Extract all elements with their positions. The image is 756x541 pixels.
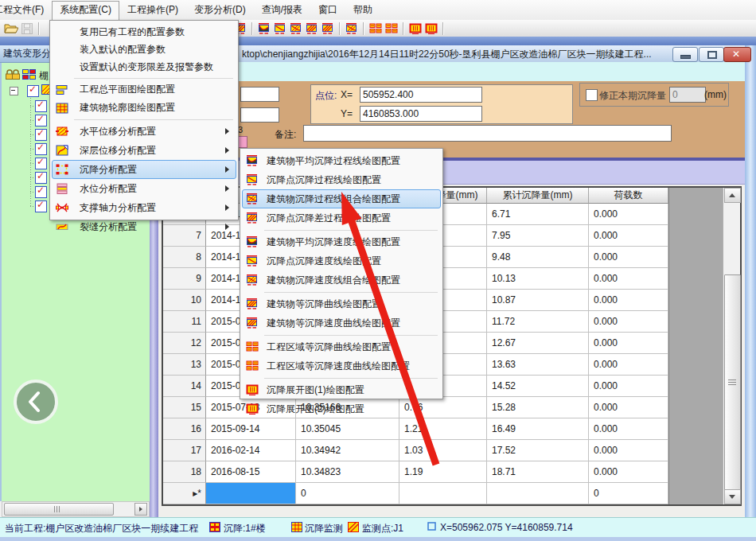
table-cell[interactable]: 7.95: [487, 225, 589, 247]
table-cell[interactable]: 0: [589, 483, 668, 504]
collapse-icon[interactable]: [10, 87, 18, 95]
table-cell[interactable]: 17.52: [487, 440, 589, 461]
menu-item-9[interactable]: 支撑轴力分析配置: [52, 198, 236, 217]
menubar-item-5[interactable]: 窗口: [310, 1, 345, 19]
sidebar-hscrollbar[interactable]: [2, 501, 150, 517]
table-cell[interactable]: 0.000: [589, 354, 668, 376]
menubar-item-6[interactable]: 帮助: [345, 1, 380, 19]
table-cell[interactable]: 2015-09-14: [206, 418, 296, 440]
table-cell[interactable]: 0.000: [589, 397, 668, 418]
correction-checkbox[interactable]: [586, 89, 598, 101]
tree-checkbox-row[interactable]: ✓: [30, 157, 47, 169]
table-cell[interactable]: 1.21: [399, 418, 487, 440]
menu-item-10[interactable]: 工程区域等沉降速度曲线绘图配置: [242, 356, 441, 376]
curve-dark-icon[interactable]: [257, 21, 271, 35]
table-cell[interactable]: 0.000: [589, 461, 668, 483]
tree-checkbox[interactable]: ✓: [35, 143, 47, 155]
correction-input[interactable]: 0: [669, 87, 706, 103]
table-cell[interactable]: [206, 483, 296, 504]
table-cell[interactable]: 0: [296, 483, 399, 504]
menubar-item-4[interactable]: 查询/报表: [254, 1, 310, 19]
menubar-item-1[interactable]: 系统配置(C): [52, 1, 119, 20]
save-icon[interactable]: [20, 21, 34, 35]
menubar-item-2[interactable]: 工程操作(P): [119, 1, 186, 19]
table-cell[interactable]: 15.28: [487, 397, 589, 418]
grid-icon[interactable]: [384, 21, 399, 35]
form-input-2[interactable]: [240, 107, 279, 123]
tree-checkbox-row[interactable]: ✓: [30, 128, 47, 141]
column-header[interactable]: 累计沉降量(mm): [487, 188, 589, 204]
curve-icon[interactable]: [273, 21, 287, 35]
row-header-cell[interactable]: 9: [163, 268, 206, 290]
row-header-cell[interactable]: 13: [163, 354, 206, 376]
menu-item-8[interactable]: 建筑物等沉降速度曲线绘图配置: [242, 313, 441, 333]
table-cell[interactable]: [399, 483, 487, 504]
tree-checkbox-row[interactable]: ✓: [30, 114, 47, 126]
menu-item-1[interactable]: 装入默认的配置参数: [52, 41, 236, 58]
hscroll-thumb[interactable]: [4, 503, 114, 516]
menu-item-2[interactable]: 设置默认的变形限差及报警参数: [52, 58, 236, 76]
tree-checkbox[interactable]: ✓: [35, 172, 47, 184]
row-header-cell[interactable]: 10: [163, 290, 206, 311]
row-header-cell[interactable]: 12: [163, 333, 206, 354]
table-cell[interactable]: 2016-08-15: [206, 461, 296, 483]
table-cell[interactable]: 16.49: [487, 418, 589, 440]
tree-checkbox[interactable]: ✓: [35, 115, 47, 126]
table-cell[interactable]: 0.000: [589, 333, 668, 354]
menu-item-5[interactable]: 沉降点沉降速度线绘图配置: [242, 251, 441, 270]
remark-input[interactable]: [303, 125, 672, 142]
menu-item-3[interactable]: 工程总平面图绘图配置: [52, 80, 236, 99]
table-cell[interactable]: 10.34942: [296, 440, 399, 461]
menubar-item-0[interactable]: 工程文件(F): [0, 1, 52, 19]
table-cell[interactable]: 1.19: [399, 461, 487, 483]
table-cell[interactable]: 0.000: [589, 418, 668, 440]
menu-item-0[interactable]: 建筑物平均沉降过程线绘图配置: [242, 151, 441, 170]
table-cell[interactable]: 0.000: [589, 247, 668, 268]
restore-button[interactable]: [699, 47, 724, 62]
row-header-cell[interactable]: ▸*: [163, 483, 206, 504]
curve-hatch-icon[interactable]: [345, 21, 359, 35]
menu-item-6[interactable]: 建筑物沉降速度线组合绘图配置: [242, 270, 441, 290]
table-cell[interactable]: 12.67: [487, 333, 589, 354]
menu-item-4[interactable]: 建筑物平均沉降速度线绘图配置: [242, 232, 441, 251]
table-cell[interactable]: 10.13: [487, 268, 589, 290]
table-cell[interactable]: 0.000: [589, 290, 668, 311]
tree-checkbox[interactable]: ✓: [35, 200, 47, 212]
table-cell[interactable]: 10.87: [487, 290, 589, 311]
tree-checkbox-row[interactable]: ✓: [30, 171, 47, 184]
frame-icon[interactable]: [408, 21, 423, 35]
menu-item-6[interactable]: 深层位移分析配置: [52, 141, 236, 160]
row-header-cell[interactable]: 16: [163, 418, 206, 440]
menu-item-0[interactable]: 复用已有工程的配置参数: [52, 23, 236, 41]
table-cell[interactable]: 1.03: [399, 440, 487, 461]
row-header-cell[interactable]: 18: [163, 461, 206, 483]
column-header[interactable]: 荷载数: [589, 188, 668, 204]
menu-item-7[interactable]: 沉降分析配置: [52, 160, 236, 179]
menubar-item-3[interactable]: 变形分析(D): [186, 1, 254, 19]
menu-item-2[interactable]: 建筑物沉降过程线组合绘图配置: [242, 189, 441, 208]
hscroll-right-arrow[interactable]: [134, 503, 147, 516]
menu-item-9[interactable]: 工程区域等沉降曲线绘图配置: [242, 337, 441, 356]
row-header-cell[interactable]: 14: [163, 376, 206, 397]
menu-item-4[interactable]: 建筑物轮廓图绘图配置: [52, 99, 236, 117]
tree-node-row[interactable]: ✓: [10, 84, 54, 97]
table-cell[interactable]: 10.34823: [296, 461, 399, 483]
table-cell[interactable]: 14.52: [487, 376, 589, 397]
table-cell[interactable]: 0.000: [589, 311, 668, 333]
form-input-1[interactable]: [240, 87, 279, 102]
table-cell[interactable]: 10.35045: [296, 418, 399, 440]
table-cell[interactable]: 11.72: [487, 311, 589, 333]
diag-icon[interactable]: [321, 21, 335, 35]
frame-icon[interactable]: [424, 21, 438, 35]
tree-checkbox-row[interactable]: ✓: [30, 99, 47, 112]
tree-checkbox[interactable]: ✓: [35, 186, 47, 198]
menu-item-8[interactable]: 水位分析配置: [52, 179, 236, 198]
menu-item-12[interactable]: 沉降展开图(2)绘图配置: [242, 399, 441, 418]
row-header-cell[interactable]: 8: [163, 247, 206, 268]
menu-item-7[interactable]: 建筑物等沉降曲线绘图配置: [242, 294, 441, 313]
table-cell[interactable]: 0.000: [589, 376, 668, 397]
x-coordinate-input[interactable]: 505952.400: [360, 87, 482, 103]
table-cell[interactable]: 6.71: [487, 204, 589, 225]
minimize-button[interactable]: [672, 47, 698, 62]
row-header-cell[interactable]: 15: [163, 397, 206, 418]
